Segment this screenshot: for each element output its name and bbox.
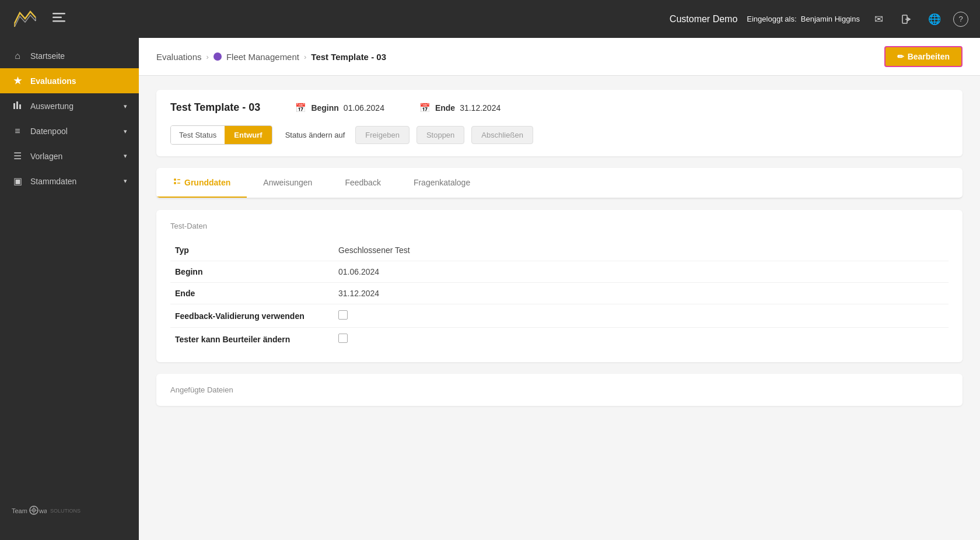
calendar-icon: 📅 — [295, 103, 306, 113]
help-icon[interactable]: ? — [953, 12, 968, 27]
tab-grunddaten[interactable]: Grunddaten — [156, 168, 247, 198]
tab-fragenkataloge[interactable]: Fragenkataloge — [397, 168, 487, 198]
row-label-beginn: Beginn — [170, 261, 334, 283]
logout-icon[interactable] — [897, 10, 916, 29]
row-value-beginn: 01.06.2024 — [334, 261, 949, 283]
row-value-feedback-validierung — [334, 304, 949, 328]
content-area: Evaluations › Fleet Management › Test Te… — [139, 38, 980, 540]
row-label-tester-beurteiler: Tester kann Beurteiler ändern — [170, 328, 334, 351]
logged-in-text: Eingeloggt als: Benjamin Higgins — [747, 15, 860, 23]
edit-button[interactable]: ✏ Bearbeiten — [884, 46, 963, 67]
chevron-down-icon: ▾ — [124, 128, 127, 135]
chart-icon — [12, 100, 23, 112]
calendar-icon-2: 📅 — [419, 103, 430, 113]
stoppen-button[interactable]: Stoppen — [416, 126, 464, 144]
feedback-validierung-checkbox[interactable] — [338, 310, 348, 320]
tab-feedback[interactable]: Feedback — [328, 168, 397, 198]
home-icon: ⌂ — [12, 51, 23, 61]
sidebar-item-evaluations[interactable]: ★ Evaluations — [0, 68, 139, 93]
tester-beurteiler-checkbox[interactable] — [338, 334, 348, 343]
breadcrumb-fleet[interactable]: Fleet Management — [226, 52, 299, 62]
tab-fragenkataloge-label: Fragenkataloge — [414, 178, 470, 187]
table-row: Feedback-Validierung verwenden — [170, 304, 949, 328]
svg-rect-3 — [52, 17, 62, 19]
sidebar-item-stammdaten[interactable]: ▣ Stammdaten ▾ — [0, 169, 139, 194]
svg-rect-9 — [19, 104, 21, 109]
topbar: Customer Demo Eingeloggt als: Benjamin H… — [0, 0, 980, 38]
sidebar-item-label: Stammdaten — [30, 177, 76, 186]
inner-content: Test Template - 03 📅 Beginn 01.06.2024 📅… — [139, 76, 980, 420]
status-row: Test Status Entwurf Status ändern auf Fr… — [170, 125, 949, 145]
svg-text:ware: ware — [38, 507, 47, 514]
template-title: Test Template - 03 — [170, 101, 260, 114]
test-data-card: Test-Daten Typ Geschlossener Test Beginn… — [156, 210, 963, 362]
sidebar-item-datenpool[interactable]: ≡ Datenpool ▾ — [0, 119, 139, 143]
database-icon: ≡ — [12, 126, 23, 136]
globe-icon[interactable]: 🌐 — [925, 10, 944, 29]
files-section-label: Angefügte Dateien — [170, 385, 949, 394]
breadcrumb-sep-2: › — [304, 52, 306, 61]
table-row: Beginn 01.06.2024 — [170, 261, 949, 283]
svg-text:Team: Team — [12, 507, 27, 514]
files-card: Angefügte Dateien — [156, 374, 963, 406]
tab-anweisungen[interactable]: Anweisungen — [247, 168, 328, 198]
sidebar-item-label: Startseite — [30, 51, 65, 61]
svg-rect-8 — [16, 101, 18, 109]
end-date-field: 📅 Ende 31.12.2024 — [419, 103, 501, 113]
sidebar-item-auswertung[interactable]: Auswertung ▾ — [0, 93, 139, 119]
svg-rect-4 — [52, 20, 65, 22]
svg-rect-7 — [13, 103, 15, 109]
logo — [12, 7, 41, 31]
info-card-top: Test Template - 03 📅 Beginn 01.06.2024 📅… — [170, 101, 949, 114]
breadcrumb-dot — [214, 52, 222, 61]
svg-point-17 — [174, 182, 176, 184]
table-row: Ende 31.12.2024 — [170, 283, 949, 304]
test-data-section-label: Test-Daten — [170, 222, 949, 230]
sidebar-item-label: Evaluations — [30, 76, 76, 86]
status-box: Test Status Entwurf — [170, 125, 272, 145]
star-icon: ★ — [12, 75, 23, 86]
master-data-icon: ▣ — [12, 176, 23, 187]
status-badge: Entwurf — [225, 126, 271, 144]
sidebar-bottom: Team ware SOLUTIONS — [0, 492, 139, 528]
table-row: Tester kann Beurteiler ändern — [170, 328, 949, 351]
row-value-tester-beurteiler — [334, 328, 949, 351]
chevron-down-icon: ▾ — [124, 152, 127, 160]
begin-date-field: 📅 Beginn 01.06.2024 — [295, 103, 384, 113]
table-row: Typ Geschlossener Test — [170, 240, 949, 261]
freigeben-button[interactable]: Freigeben — [355, 126, 410, 144]
status-change-label: Status ändern auf — [285, 131, 345, 139]
sidebar-item-startseite[interactable]: ⌂ Startseite — [0, 44, 139, 68]
breadcrumb-template: Test Template - 03 — [311, 52, 386, 62]
grunddaten-tab-icon — [173, 177, 181, 187]
main-layout: ⌂ Startseite ★ Evaluations Auswertung ▾ … — [0, 38, 980, 540]
status-label: Test Status — [171, 126, 225, 144]
tab-grunddaten-label: Grunddaten — [184, 178, 230, 187]
page-header: Evaluations › Fleet Management › Test Te… — [139, 38, 980, 76]
customer-demo-label: Customer Demo — [670, 14, 737, 24]
logo-icon — [12, 7, 41, 31]
template-icon: ☰ — [12, 150, 23, 162]
tab-anweisungen-label: Anweisungen — [263, 178, 312, 187]
breadcrumb-evaluations[interactable]: Evaluations — [156, 52, 202, 62]
row-value-typ: Geschlossener Test — [334, 240, 949, 261]
topbar-right: Customer Demo Eingeloggt als: Benjamin H… — [670, 10, 968, 29]
sidebar: ⌂ Startseite ★ Evaluations Auswertung ▾ … — [0, 38, 139, 540]
sidebar-item-vorlagen[interactable]: ☰ Vorlagen ▾ — [0, 143, 139, 169]
abschliessen-button[interactable]: Abschließen — [471, 126, 533, 144]
mail-icon[interactable]: ✉ — [869, 10, 888, 29]
row-value-ende: 31.12.2024 — [334, 283, 949, 304]
edit-pencil-icon: ✏ — [897, 52, 904, 61]
svg-point-16 — [174, 178, 176, 181]
tabs-bar: Grunddaten Anweisungen Feedback Fragenka… — [156, 168, 963, 198]
topbar-left — [12, 7, 65, 31]
breadcrumb: Evaluations › Fleet Management › Test Te… — [156, 52, 386, 62]
menu-toggle-icon[interactable] — [52, 13, 65, 25]
teamware-logo: Team ware SOLUTIONS — [12, 502, 127, 519]
row-label-feedback-validierung: Feedback-Validierung verwenden — [170, 304, 334, 328]
tab-feedback-label: Feedback — [345, 178, 380, 187]
sidebar-item-label: Auswertung — [30, 101, 74, 111]
breadcrumb-sep-1: › — [206, 52, 209, 61]
svg-rect-2 — [52, 13, 65, 15]
chevron-down-icon: ▾ — [124, 177, 127, 185]
